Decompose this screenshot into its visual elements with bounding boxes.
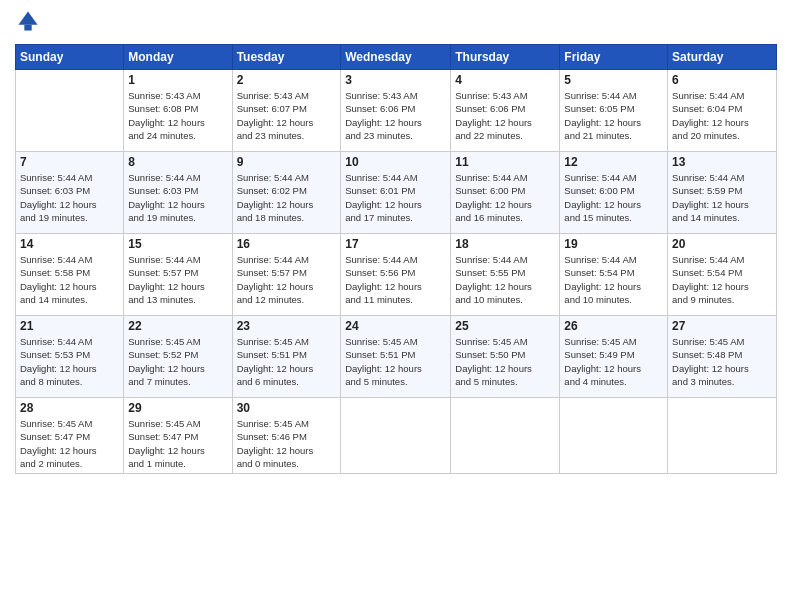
calendar-cell: 13Sunrise: 5:44 AM Sunset: 5:59 PM Dayli… [668, 152, 777, 234]
day-number: 29 [128, 401, 227, 415]
day-number: 15 [128, 237, 227, 251]
weekday-header-monday: Monday [124, 45, 232, 70]
day-number: 5 [564, 73, 663, 87]
svg-rect-1 [24, 25, 31, 31]
calendar-cell: 4Sunrise: 5:43 AM Sunset: 6:06 PM Daylig… [451, 70, 560, 152]
day-number: 23 [237, 319, 337, 333]
day-number: 2 [237, 73, 337, 87]
day-number: 27 [672, 319, 772, 333]
calendar-cell: 3Sunrise: 5:43 AM Sunset: 6:06 PM Daylig… [341, 70, 451, 152]
day-info: Sunrise: 5:45 AM Sunset: 5:46 PM Dayligh… [237, 417, 337, 470]
calendar-week-row: 21Sunrise: 5:44 AM Sunset: 5:53 PM Dayli… [16, 316, 777, 398]
calendar-cell: 20Sunrise: 5:44 AM Sunset: 5:54 PM Dayli… [668, 234, 777, 316]
calendar-cell: 1Sunrise: 5:43 AM Sunset: 6:08 PM Daylig… [124, 70, 232, 152]
day-number: 18 [455, 237, 555, 251]
day-info: Sunrise: 5:43 AM Sunset: 6:06 PM Dayligh… [345, 89, 446, 142]
calendar-cell: 19Sunrise: 5:44 AM Sunset: 5:54 PM Dayli… [560, 234, 668, 316]
weekday-header-sunday: Sunday [16, 45, 124, 70]
day-info: Sunrise: 5:44 AM Sunset: 5:58 PM Dayligh… [20, 253, 119, 306]
calendar-cell: 6Sunrise: 5:44 AM Sunset: 6:04 PM Daylig… [668, 70, 777, 152]
day-number: 14 [20, 237, 119, 251]
calendar-cell [668, 398, 777, 474]
calendar-cell: 9Sunrise: 5:44 AM Sunset: 6:02 PM Daylig… [232, 152, 341, 234]
day-info: Sunrise: 5:45 AM Sunset: 5:47 PM Dayligh… [128, 417, 227, 470]
day-number: 17 [345, 237, 446, 251]
calendar-cell: 22Sunrise: 5:45 AM Sunset: 5:52 PM Dayli… [124, 316, 232, 398]
calendar-cell: 24Sunrise: 5:45 AM Sunset: 5:51 PM Dayli… [341, 316, 451, 398]
calendar-cell: 17Sunrise: 5:44 AM Sunset: 5:56 PM Dayli… [341, 234, 451, 316]
calendar-cell: 23Sunrise: 5:45 AM Sunset: 5:51 PM Dayli… [232, 316, 341, 398]
day-info: Sunrise: 5:45 AM Sunset: 5:51 PM Dayligh… [237, 335, 337, 388]
day-info: Sunrise: 5:45 AM Sunset: 5:49 PM Dayligh… [564, 335, 663, 388]
day-info: Sunrise: 5:45 AM Sunset: 5:50 PM Dayligh… [455, 335, 555, 388]
calendar-cell [560, 398, 668, 474]
day-info: Sunrise: 5:44 AM Sunset: 6:03 PM Dayligh… [128, 171, 227, 224]
day-info: Sunrise: 5:45 AM Sunset: 5:52 PM Dayligh… [128, 335, 227, 388]
calendar-cell: 27Sunrise: 5:45 AM Sunset: 5:48 PM Dayli… [668, 316, 777, 398]
day-number: 25 [455, 319, 555, 333]
day-info: Sunrise: 5:44 AM Sunset: 5:57 PM Dayligh… [128, 253, 227, 306]
calendar-cell: 2Sunrise: 5:43 AM Sunset: 6:07 PM Daylig… [232, 70, 341, 152]
day-number: 9 [237, 155, 337, 169]
day-info: Sunrise: 5:44 AM Sunset: 6:04 PM Dayligh… [672, 89, 772, 142]
calendar-cell: 25Sunrise: 5:45 AM Sunset: 5:50 PM Dayli… [451, 316, 560, 398]
day-info: Sunrise: 5:43 AM Sunset: 6:08 PM Dayligh… [128, 89, 227, 142]
calendar-cell: 14Sunrise: 5:44 AM Sunset: 5:58 PM Dayli… [16, 234, 124, 316]
day-number: 10 [345, 155, 446, 169]
calendar-cell: 16Sunrise: 5:44 AM Sunset: 5:57 PM Dayli… [232, 234, 341, 316]
day-info: Sunrise: 5:44 AM Sunset: 5:54 PM Dayligh… [672, 253, 772, 306]
day-number: 22 [128, 319, 227, 333]
calendar-cell [451, 398, 560, 474]
svg-marker-0 [18, 11, 37, 24]
weekday-header-tuesday: Tuesday [232, 45, 341, 70]
day-info: Sunrise: 5:44 AM Sunset: 5:55 PM Dayligh… [455, 253, 555, 306]
day-number: 3 [345, 73, 446, 87]
weekday-header-thursday: Thursday [451, 45, 560, 70]
day-number: 30 [237, 401, 337, 415]
calendar-week-row: 28Sunrise: 5:45 AM Sunset: 5:47 PM Dayli… [16, 398, 777, 474]
day-info: Sunrise: 5:44 AM Sunset: 6:02 PM Dayligh… [237, 171, 337, 224]
weekday-header-friday: Friday [560, 45, 668, 70]
day-info: Sunrise: 5:45 AM Sunset: 5:48 PM Dayligh… [672, 335, 772, 388]
calendar: SundayMondayTuesdayWednesdayThursdayFrid… [15, 44, 777, 474]
day-info: Sunrise: 5:44 AM Sunset: 5:56 PM Dayligh… [345, 253, 446, 306]
calendar-week-row: 14Sunrise: 5:44 AM Sunset: 5:58 PM Dayli… [16, 234, 777, 316]
calendar-cell [16, 70, 124, 152]
day-number: 20 [672, 237, 772, 251]
day-number: 21 [20, 319, 119, 333]
calendar-cell: 28Sunrise: 5:45 AM Sunset: 5:47 PM Dayli… [16, 398, 124, 474]
calendar-cell [341, 398, 451, 474]
calendar-cell: 18Sunrise: 5:44 AM Sunset: 5:55 PM Dayli… [451, 234, 560, 316]
calendar-cell: 10Sunrise: 5:44 AM Sunset: 6:01 PM Dayli… [341, 152, 451, 234]
day-info: Sunrise: 5:44 AM Sunset: 5:57 PM Dayligh… [237, 253, 337, 306]
calendar-cell: 7Sunrise: 5:44 AM Sunset: 6:03 PM Daylig… [16, 152, 124, 234]
day-info: Sunrise: 5:44 AM Sunset: 6:03 PM Dayligh… [20, 171, 119, 224]
day-number: 4 [455, 73, 555, 87]
calendar-header-row: SundayMondayTuesdayWednesdayThursdayFrid… [16, 45, 777, 70]
day-number: 16 [237, 237, 337, 251]
day-info: Sunrise: 5:43 AM Sunset: 6:06 PM Dayligh… [455, 89, 555, 142]
calendar-cell: 5Sunrise: 5:44 AM Sunset: 6:05 PM Daylig… [560, 70, 668, 152]
day-info: Sunrise: 5:44 AM Sunset: 5:59 PM Dayligh… [672, 171, 772, 224]
day-number: 7 [20, 155, 119, 169]
day-number: 12 [564, 155, 663, 169]
day-number: 19 [564, 237, 663, 251]
day-number: 8 [128, 155, 227, 169]
day-info: Sunrise: 5:44 AM Sunset: 6:00 PM Dayligh… [564, 171, 663, 224]
day-number: 28 [20, 401, 119, 415]
day-number: 13 [672, 155, 772, 169]
logo [15, 10, 41, 36]
calendar-cell: 11Sunrise: 5:44 AM Sunset: 6:00 PM Dayli… [451, 152, 560, 234]
day-info: Sunrise: 5:45 AM Sunset: 5:47 PM Dayligh… [20, 417, 119, 470]
calendar-week-row: 1Sunrise: 5:43 AM Sunset: 6:08 PM Daylig… [16, 70, 777, 152]
day-info: Sunrise: 5:44 AM Sunset: 6:05 PM Dayligh… [564, 89, 663, 142]
calendar-cell: 21Sunrise: 5:44 AM Sunset: 5:53 PM Dayli… [16, 316, 124, 398]
day-info: Sunrise: 5:43 AM Sunset: 6:07 PM Dayligh… [237, 89, 337, 142]
day-number: 24 [345, 319, 446, 333]
calendar-cell: 26Sunrise: 5:45 AM Sunset: 5:49 PM Dayli… [560, 316, 668, 398]
calendar-cell: 12Sunrise: 5:44 AM Sunset: 6:00 PM Dayli… [560, 152, 668, 234]
calendar-cell: 15Sunrise: 5:44 AM Sunset: 5:57 PM Dayli… [124, 234, 232, 316]
weekday-header-wednesday: Wednesday [341, 45, 451, 70]
day-info: Sunrise: 5:44 AM Sunset: 5:53 PM Dayligh… [20, 335, 119, 388]
day-number: 1 [128, 73, 227, 87]
